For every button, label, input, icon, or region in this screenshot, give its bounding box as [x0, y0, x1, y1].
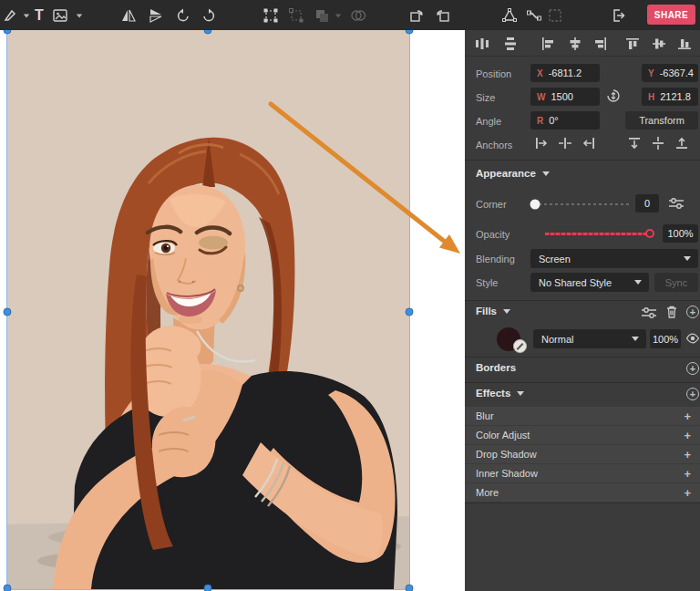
rotate-ccw-icon[interactable]: [174, 6, 192, 25]
group-icon[interactable]: [262, 6, 280, 25]
blending-dropdown[interactable]: Screen: [530, 249, 698, 268]
lock-ratio-icon[interactable]: [606, 88, 621, 105]
effect-row-drop-shadow[interactable]: Drop Shadow+: [465, 445, 700, 463]
chevron-down-icon: [684, 256, 691, 261]
boolean-ops-icon[interactable]: [349, 6, 367, 25]
image-tool-dropdown-icon[interactable]: [70, 6, 88, 25]
angle-field[interactable]: R0°: [530, 111, 600, 130]
align-center-h-icon[interactable]: [567, 36, 583, 52]
ungroup-icon[interactable]: [287, 6, 305, 25]
corner-slider-knob[interactable]: [530, 200, 540, 210]
selection-handle-bottom-left[interactable]: [4, 585, 12, 591]
distribute-vertical-icon[interactable]: [502, 36, 519, 52]
alignment-toolbar: [465, 30, 700, 57]
add-effect-icon[interactable]: +: [686, 388, 699, 400]
angle-label: Angle: [476, 116, 501, 127]
align-top-icon[interactable]: [624, 36, 641, 52]
chevron-down-icon: [517, 391, 524, 396]
chevron-down-icon: [634, 280, 642, 285]
anchor-right-icon[interactable]: [581, 135, 597, 153]
appearance-header[interactable]: Appearance: [476, 168, 550, 179]
align-right-icon[interactable]: [592, 36, 609, 52]
corner-options-icon[interactable]: [667, 195, 685, 213]
selected-artboard[interactable]: [7, 30, 409, 589]
distribute-horizontal-icon[interactable]: [474, 36, 490, 52]
fill-swatch-picker-icon[interactable]: [513, 339, 527, 353]
align-bottom-icon[interactable]: [676, 36, 693, 52]
plus-icon[interactable]: +: [684, 429, 691, 442]
inspector-panel: Position X-6811.2 Y-6367.4 Size W1500 H2…: [465, 30, 700, 591]
add-border-icon[interactable]: +: [686, 362, 699, 375]
effect-row-color-adjust[interactable]: Color Adjust+: [465, 426, 700, 444]
export-icon[interactable]: [609, 6, 627, 25]
flip-vertical-icon[interactable]: [147, 6, 165, 25]
chevron-down-icon: [632, 337, 639, 341]
plus-icon[interactable]: +: [684, 467, 691, 481]
opacity-label: Opacity: [476, 229, 510, 240]
fill-blend-dropdown[interactable]: Normal: [533, 329, 646, 348]
pen-tool-icon[interactable]: [1, 6, 19, 25]
effect-row-inner-shadow[interactable]: Inner Shadow+: [465, 464, 700, 482]
anchor-bottom-icon[interactable]: [674, 135, 690, 153]
marquee-tool-icon[interactable]: [546, 6, 564, 25]
anchor-center-h-icon[interactable]: [557, 135, 573, 153]
corner-value-field[interactable]: 0: [635, 194, 659, 213]
transform-button[interactable]: Transform: [625, 111, 698, 130]
anchor-top-icon[interactable]: [626, 135, 643, 153]
style-dropdown[interactable]: No Shared Style: [530, 273, 649, 292]
connector-tool-icon[interactable]: [525, 6, 543, 25]
effects-header[interactable]: Effects: [476, 388, 524, 399]
effect-row-blur[interactable]: Blur+: [465, 407, 700, 425]
share-button[interactable]: SHARE: [647, 5, 695, 25]
blending-label: Blending: [476, 254, 515, 264]
woman-illustration: [7, 30, 409, 589]
effect-row-more[interactable]: More+: [465, 483, 700, 502]
size-label: Size: [476, 92, 495, 103]
sync-button[interactable]: Sync: [654, 273, 698, 292]
arrange-dropdown-icon[interactable]: [329, 6, 347, 25]
text-tool-icon[interactable]: T: [30, 6, 48, 25]
canvas-area[interactable]: [0, 30, 465, 591]
anchor-left-icon[interactable]: [533, 135, 550, 153]
opacity-slider-knob[interactable]: [645, 229, 654, 238]
selection-handle-bottom-right[interactable]: [406, 585, 414, 591]
size-w-field[interactable]: W1500: [530, 88, 600, 106]
delete-fill-icon[interactable]: [664, 305, 679, 321]
selection-handle-bottom-mid[interactable]: [204, 585, 212, 591]
anchor-middle-v-icon[interactable]: [650, 135, 666, 153]
align-middle-v-icon[interactable]: [651, 36, 667, 52]
position-y-field[interactable]: Y-6367.4: [642, 64, 698, 82]
opacity-slider[interactable]: [545, 233, 653, 235]
rotate-object-left-icon[interactable]: [407, 6, 426, 25]
path-tool-icon[interactable]: [500, 6, 519, 25]
borders-header[interactable]: Borders: [476, 362, 516, 373]
selection-handle-top-right[interactable]: [406, 30, 414, 35]
flip-horizontal-icon[interactable]: [119, 6, 138, 25]
chevron-down-icon: [542, 171, 550, 176]
align-left-icon[interactable]: [540, 36, 556, 52]
corner-slider[interactable]: [533, 203, 629, 205]
selection-handle-mid-left[interactable]: [4, 308, 12, 316]
selection-handle-mid-right[interactable]: [406, 308, 414, 316]
add-fill-icon[interactable]: +: [686, 306, 699, 318]
position-x-field[interactable]: X-6811.2: [530, 64, 600, 82]
fills-options-icon[interactable]: [640, 305, 658, 323]
anchors-label: Anchors: [476, 140, 512, 150]
rotate-object-right-icon[interactable]: [434, 6, 452, 25]
chevron-down-icon: [503, 309, 510, 314]
fills-header[interactable]: Fills: [476, 306, 510, 316]
plus-icon[interactable]: +: [684, 486, 691, 500]
fill-visibility-eye-icon[interactable]: [685, 331, 700, 347]
plus-icon[interactable]: +: [684, 410, 691, 423]
image-tool-icon[interactable]: [51, 6, 69, 25]
opacity-value-field[interactable]: 100%: [663, 224, 698, 243]
fill-opacity-field[interactable]: 100%: [650, 329, 681, 348]
top-toolbar: T: [0, 0, 700, 30]
position-label: Position: [476, 68, 511, 79]
arrange-icon[interactable]: [313, 6, 331, 25]
size-h-field[interactable]: H2121.8: [642, 88, 698, 106]
plus-icon[interactable]: +: [684, 448, 691, 461]
rotate-cw-icon[interactable]: [200, 6, 218, 25]
app-window: T: [0, 0, 700, 591]
corner-label: Corner: [476, 199, 507, 210]
